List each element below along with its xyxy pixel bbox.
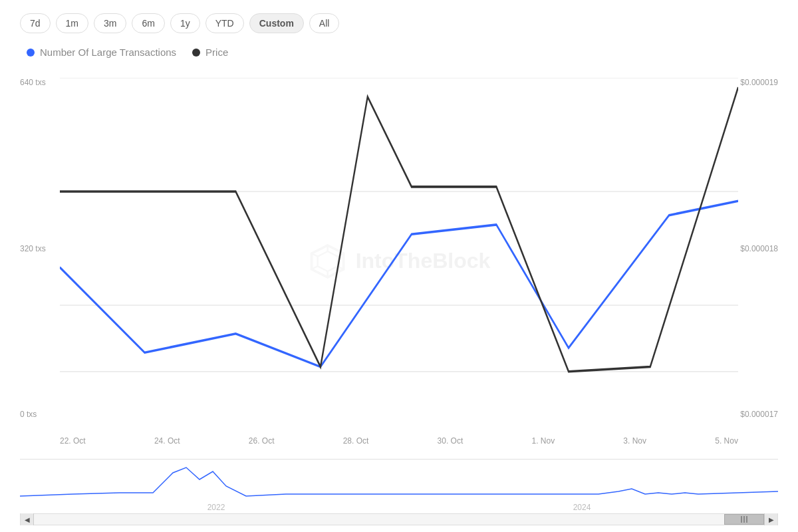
y-right-bottom: $0.000017: [740, 410, 778, 419]
y-axis-right: $0.000019 $0.000018 $0.000017: [740, 78, 778, 419]
scroll-right-button[interactable]: ▶: [764, 513, 777, 525]
x-label-2: 26. Oct: [249, 436, 275, 446]
grip-line-2: [743, 516, 745, 523]
price-label: Price: [205, 47, 228, 58]
filter-7d[interactable]: 7d: [20, 13, 51, 33]
filter-1y[interactable]: 1y: [170, 13, 200, 33]
chart-area: IntoTheBlock 640 txs 320 txs 0 txs $0.00…: [20, 78, 778, 525]
x-label-6: 3. Nov: [623, 436, 646, 446]
mini-year-labels: 2022 2024: [20, 503, 778, 512]
y-left-bottom: 0 txs: [20, 410, 46, 419]
legend-transactions: Number Of Large Transactions: [27, 47, 176, 58]
x-label-5: 1. Nov: [531, 436, 555, 446]
mini-scrollbar[interactable]: ◀ ▶: [20, 513, 778, 525]
grip-line-1: [741, 516, 742, 523]
main-container: 7d 1m 3m 6m 1y YTD Custom All Number Of …: [0, 0, 798, 532]
price-dot: [192, 49, 200, 57]
grip-line-3: [746, 516, 747, 523]
legend-price: Price: [192, 47, 228, 58]
main-chart: IntoTheBlock 640 txs 320 txs 0 txs $0.00…: [20, 78, 778, 452]
y-axis-left: 640 txs 320 txs 0 txs: [20, 78, 46, 419]
scroll-track[interactable]: [34, 514, 764, 525]
y-left-mid: 320 txs: [20, 244, 46, 253]
filter-ytd[interactable]: YTD: [205, 13, 244, 33]
transactions-line: [60, 201, 738, 366]
y-right-mid: $0.000018: [740, 244, 778, 253]
x-label-7: 5. Nov: [715, 436, 738, 446]
time-filter-bar: 7d 1m 3m 6m 1y YTD Custom All: [20, 13, 778, 33]
price-line: [60, 87, 738, 372]
transactions-dot: [27, 49, 35, 57]
mini-chart-container: 2022 2024 ◀ ▶: [20, 459, 778, 525]
y-left-top: 640 txs: [20, 78, 46, 87]
mini-year-2024: 2024: [573, 503, 591, 512]
transactions-label: Number Of Large Transactions: [40, 47, 176, 58]
x-label-0: 22. Oct: [60, 436, 86, 446]
y-right-top: $0.000019: [740, 78, 778, 87]
filter-custom[interactable]: Custom: [249, 13, 304, 33]
chart-legend: Number Of Large Transactions Price: [27, 47, 778, 58]
scroll-left-button[interactable]: ◀: [21, 513, 34, 525]
mini-svg: [20, 460, 778, 506]
filter-6m[interactable]: 6m: [132, 13, 164, 33]
svg-chart-wrapper: [60, 78, 738, 419]
filter-3m[interactable]: 3m: [94, 13, 126, 33]
mini-year-2022: 2022: [207, 503, 225, 512]
scroll-grip: [741, 516, 747, 523]
x-label-4: 30. Oct: [438, 436, 464, 446]
x-label-3: 28. Oct: [343, 436, 369, 446]
filter-1m[interactable]: 1m: [56, 13, 88, 33]
x-axis: 22. Oct 24. Oct 26. Oct 28. Oct 30. Oct …: [60, 436, 738, 446]
filter-all[interactable]: All: [309, 13, 340, 33]
scroll-thumb[interactable]: [724, 514, 764, 525]
main-svg: [60, 78, 738, 419]
x-label-1: 24. Oct: [154, 436, 180, 446]
mini-transactions-line: [20, 467, 778, 496]
